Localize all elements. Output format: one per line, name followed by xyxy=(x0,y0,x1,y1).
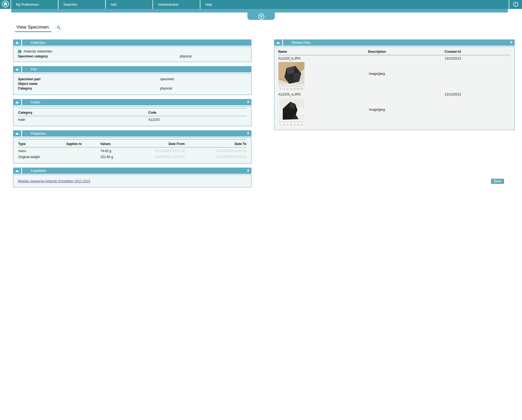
nav-item-add[interactable]: Add xyxy=(106,0,153,9)
collection-panel: Collection i Antarctic meteorites Specim… xyxy=(13,39,251,62)
file-name[interactable]: A12103_a.JPG xyxy=(278,92,300,96)
table-row: Original weight 151.60 g 01/01/0001 00:0… xyxy=(18,153,246,159)
file-thumbnail[interactable]: 78910 111213 xyxy=(278,98,304,127)
column-header: Values xyxy=(100,140,151,147)
collection-collapse-button[interactable] xyxy=(13,39,21,46)
related-files-table: Name Description Created At A12103_b.JPG xyxy=(278,48,511,127)
field-value: physical xyxy=(180,54,191,59)
part-panel: Part Specimen part specimen Object name … xyxy=(13,66,251,95)
properties-panel: Properties X Type Applies to Values Date… xyxy=(13,130,251,163)
column-header: Created At xyxy=(406,48,511,55)
collection-name: Antarctic meteorites xyxy=(23,50,52,53)
column-header: Code xyxy=(148,108,246,116)
svg-text:11: 11 xyxy=(294,88,296,90)
codes-panel-title: Codes xyxy=(31,100,40,104)
column-header: Applies to xyxy=(66,140,100,147)
back-button[interactable]: Back xyxy=(491,179,504,184)
file-description: image/jpeg xyxy=(348,55,406,91)
column-header: Description xyxy=(348,48,406,55)
page-header: View Specimen xyxy=(15,24,62,32)
right-column: Related Files X Name Description Created… xyxy=(274,39,515,134)
property-applies-to xyxy=(66,153,100,159)
expedition-collapse-button[interactable] xyxy=(13,168,21,174)
chevron-up-icon xyxy=(276,42,280,44)
menu-collapse-tab[interactable] xyxy=(247,13,275,20)
home-button[interactable] xyxy=(0,0,11,9)
field-value: specimen xyxy=(160,77,174,82)
top-navbar: My Preferences Searches Add Administrati… xyxy=(0,0,522,9)
chevron-up-icon xyxy=(15,68,19,70)
svg-text:12: 12 xyxy=(297,124,299,126)
property-applies-to xyxy=(66,147,100,154)
chevron-up-icon xyxy=(15,42,19,44)
property-date-from: 01/01/0001 00:00:00 xyxy=(151,153,185,159)
related-files-panel-title: Related Files xyxy=(292,41,311,45)
nav-item-my-preferences[interactable]: My Preferences xyxy=(11,0,58,9)
search-again-button[interactable] xyxy=(55,25,62,32)
file-thumbnail[interactable]: 78910 111213 xyxy=(278,62,304,91)
svg-text:10: 10 xyxy=(290,88,292,90)
file-row: A12103_b.JPG xyxy=(278,55,511,91)
property-value: 151.60 g xyxy=(100,153,151,159)
properties-collapse-button[interactable] xyxy=(13,130,21,137)
field-label: Specimen category xyxy=(18,54,180,59)
properties-panel-title: Properties xyxy=(31,132,46,135)
nav-item-searches[interactable]: Searches xyxy=(58,0,106,9)
table-row: mass 74.63 g 01/01/0001 00:00:00 31/12/2… xyxy=(18,147,246,154)
table-row: main A12103 xyxy=(18,116,246,122)
svg-text:12: 12 xyxy=(297,88,299,90)
property-date-to: 31/12/2038 00:00:00 xyxy=(185,147,246,154)
nav-item-administration[interactable]: Administration xyxy=(153,0,200,9)
column-header: Name xyxy=(278,48,348,55)
field-label: Specimen part xyxy=(18,77,160,82)
properties-close-icon[interactable]: X xyxy=(247,131,249,135)
page-title: View Specimen xyxy=(15,24,51,32)
column-header: Date To xyxy=(185,140,246,147)
codes-table: Category Code main A12103 xyxy=(18,108,246,122)
property-type: mass xyxy=(18,147,66,154)
code-category: main xyxy=(18,116,148,122)
property-date-to: 31/12/2038 00:00:00 xyxy=(185,153,246,159)
nav-item-help[interactable]: Help xyxy=(200,0,248,9)
expedition-panel-title: Expedition xyxy=(31,169,46,173)
logout-button[interactable] xyxy=(509,0,522,9)
search-again-icon xyxy=(56,26,61,31)
column-header: Date From xyxy=(151,140,185,147)
related-files-collapse-button[interactable] xyxy=(274,39,282,46)
collection-panel-title: Collection xyxy=(22,39,251,46)
field-label: Category xyxy=(18,86,160,91)
chevron-down-icon xyxy=(258,13,264,19)
property-type: Original weight xyxy=(18,153,66,159)
column-header: Category xyxy=(18,108,148,116)
navbar-spacer xyxy=(248,0,509,9)
code-value: A12103 xyxy=(148,116,246,122)
properties-table: Type Applies to Values Date From Date To… xyxy=(18,139,246,159)
part-collapse-button[interactable] xyxy=(13,66,21,72)
related-files-panel: Related Files X Name Description Created… xyxy=(274,39,515,130)
field-value: physical xyxy=(160,86,172,91)
part-panel-title: Part xyxy=(22,66,251,72)
field-label: Object name xyxy=(18,82,160,86)
property-value: 74.63 g xyxy=(100,147,151,154)
svg-text:11: 11 xyxy=(294,124,296,126)
related-files-close-icon[interactable]: X xyxy=(510,41,512,44)
svg-text:13: 13 xyxy=(301,88,303,90)
svg-text:10: 10 xyxy=(290,124,292,126)
power-icon xyxy=(512,1,519,8)
chevron-up-icon xyxy=(15,170,19,172)
file-name[interactable]: A12103_b.JPG xyxy=(278,57,300,60)
expedition-close-icon[interactable]: X xyxy=(247,169,249,172)
chevron-up-icon xyxy=(15,132,19,135)
codes-collapse-button[interactable] xyxy=(13,99,21,105)
left-column: Collection i Antarctic meteorites Specim… xyxy=(13,39,251,192)
file-row: A12103_a.JPG xyxy=(278,91,511,127)
page: My Preferences Searches Add Administrati… xyxy=(0,0,522,420)
column-header: Type xyxy=(18,140,66,147)
expedition-panel: Expedition X Belgian-Japanese Antarctic … xyxy=(13,168,251,187)
codes-close-icon[interactable]: X xyxy=(247,100,249,104)
navbar-substrip xyxy=(11,9,508,13)
expedition-link[interactable]: Belgian-Japanese Antarctic Expedition 20… xyxy=(18,179,90,183)
home-icon xyxy=(2,1,9,9)
file-created-at: 13/12/2013 xyxy=(406,55,511,91)
codes-panel: Codes X Category Code main A12103 xyxy=(13,99,251,126)
